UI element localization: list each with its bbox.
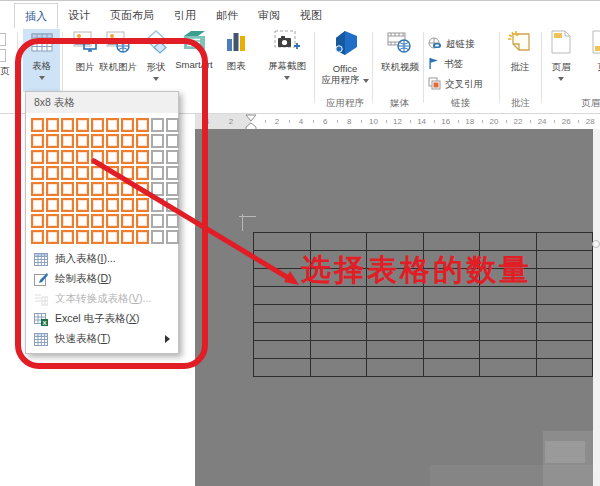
grid-cell-selected[interactable]: [106, 150, 119, 164]
grid-cell[interactable]: [151, 134, 164, 148]
grid-cell-selected[interactable]: [31, 230, 44, 244]
online-pictures-button[interactable]: 联机图片: [98, 30, 138, 74]
grid-cell-selected[interactable]: [91, 198, 104, 212]
grid-cell-selected[interactable]: [91, 166, 104, 180]
menu-item-excel[interactable]: XExcel 电子表格(X): [26, 309, 178, 329]
grid-cell-selected[interactable]: [46, 150, 59, 164]
comment-button[interactable]: 批注: [505, 30, 535, 74]
grid-cell-selected[interactable]: [61, 134, 74, 148]
table-cell[interactable]: [423, 233, 480, 251]
grid-cell-selected[interactable]: [91, 150, 104, 164]
menu-item-quick-tables[interactable]: 快速表格(T): [26, 329, 178, 349]
grid-cell-selected[interactable]: [61, 118, 74, 132]
grid-cell-selected[interactable]: [46, 230, 59, 244]
online-video-button[interactable]: 联机视频: [378, 30, 422, 74]
grid-cell-selected[interactable]: [46, 198, 59, 212]
grid-cell[interactable]: [166, 182, 179, 196]
table-cell[interactable]: [254, 305, 311, 323]
grid-cell-selected[interactable]: [91, 134, 104, 148]
table-cell[interactable]: [536, 341, 593, 359]
horizontal-ruler[interactable]: 42246810121416182022242628: [195, 114, 600, 129]
menu-item-insert-table[interactable]: 插入表格(I)...: [26, 249, 178, 269]
grid-cell-selected[interactable]: [76, 166, 89, 180]
table-cell[interactable]: [310, 359, 367, 377]
grid-cell-selected[interactable]: [91, 182, 104, 196]
table-button[interactable]: 表格: [23, 29, 60, 92]
grid-cell-selected[interactable]: [61, 150, 74, 164]
table-cell[interactable]: [423, 305, 480, 323]
table-cell[interactable]: [310, 305, 367, 323]
grid-cell-selected[interactable]: [76, 230, 89, 244]
grid-cell-selected[interactable]: [31, 214, 44, 228]
table-cell[interactable]: [367, 305, 424, 323]
bookmark-button[interactable]: 书签: [428, 57, 463, 71]
grid-cell-selected[interactable]: [136, 150, 149, 164]
grid-cell-selected[interactable]: [106, 230, 119, 244]
grid-cell-selected[interactable]: [136, 198, 149, 212]
grid-cell[interactable]: [151, 230, 164, 244]
table-cell[interactable]: [367, 359, 424, 377]
grid-cell[interactable]: [166, 230, 179, 244]
grid-cell-selected[interactable]: [76, 198, 89, 212]
tab-6[interactable]: 视图: [290, 3, 332, 28]
grid-cell-selected[interactable]: [136, 166, 149, 180]
table-cell[interactable]: [536, 323, 593, 341]
table-cell[interactable]: [423, 323, 480, 341]
grid-cell-selected[interactable]: [61, 198, 74, 212]
grid-cell-selected[interactable]: [46, 214, 59, 228]
table-cell[interactable]: [536, 251, 593, 269]
grid-cell-selected[interactable]: [121, 166, 134, 180]
grid-cell-selected[interactable]: [31, 134, 44, 148]
grid-cell-selected[interactable]: [106, 118, 119, 132]
hyperlink-button[interactable]: 超链接: [428, 37, 475, 51]
table-cell[interactable]: [480, 341, 537, 359]
grid-cell[interactable]: [151, 118, 164, 132]
table-size-grid[interactable]: [26, 113, 178, 244]
tab-0[interactable]: 插入: [14, 3, 58, 28]
grid-cell-selected[interactable]: [121, 214, 134, 228]
table-cell[interactable]: [536, 359, 593, 377]
header-button[interactable]: 页眉: [547, 30, 575, 81]
table-cell[interactable]: [480, 323, 537, 341]
grid-cell[interactable]: [151, 166, 164, 180]
grid-cell[interactable]: [166, 198, 179, 212]
grid-cell-selected[interactable]: [46, 134, 59, 148]
cross-reference-button[interactable]: 交叉引用: [428, 77, 483, 92]
grid-cell-selected[interactable]: [106, 198, 119, 212]
grid-cell-selected[interactable]: [31, 182, 44, 196]
table-cell[interactable]: [480, 233, 537, 251]
grid-cell-selected[interactable]: [46, 182, 59, 196]
table-cell[interactable]: [367, 233, 424, 251]
grid-cell-selected[interactable]: [46, 166, 59, 180]
grid-cell[interactable]: [166, 118, 179, 132]
grid-cell[interactable]: [166, 214, 179, 228]
grid-cell[interactable]: [151, 182, 164, 196]
table-cell[interactable]: [254, 341, 311, 359]
table-cell[interactable]: [367, 323, 424, 341]
grid-cell-selected[interactable]: [121, 230, 134, 244]
grid-cell[interactable]: [151, 198, 164, 212]
grid-cell-selected[interactable]: [106, 214, 119, 228]
grid-cell-selected[interactable]: [76, 182, 89, 196]
document-canvas[interactable]: [195, 129, 593, 486]
grid-cell-selected[interactable]: [136, 118, 149, 132]
table-cell[interactable]: [536, 269, 593, 287]
table-cell[interactable]: [310, 341, 367, 359]
grid-cell-selected[interactable]: [121, 150, 134, 164]
grid-cell-selected[interactable]: [76, 134, 89, 148]
office-apps-button[interactable]: Office 应用程序: [320, 30, 370, 87]
vertical-scrollbar[interactable]: [593, 129, 600, 486]
table-cell[interactable]: [367, 341, 424, 359]
grid-cell-selected[interactable]: [91, 230, 104, 244]
table-cell[interactable]: [310, 323, 367, 341]
chart-button[interactable]: 图表: [222, 30, 250, 73]
grid-cell-selected[interactable]: [76, 214, 89, 228]
grid-cell[interactable]: [166, 150, 179, 164]
grid-cell-selected[interactable]: [61, 230, 74, 244]
screenshot-button[interactable]: 屏幕截图: [266, 30, 308, 80]
grid-cell[interactable]: [151, 150, 164, 164]
table-cell[interactable]: [480, 305, 537, 323]
grid-cell-selected[interactable]: [121, 118, 134, 132]
table-cell[interactable]: [310, 233, 367, 251]
shapes-button[interactable]: 形状: [142, 30, 170, 81]
